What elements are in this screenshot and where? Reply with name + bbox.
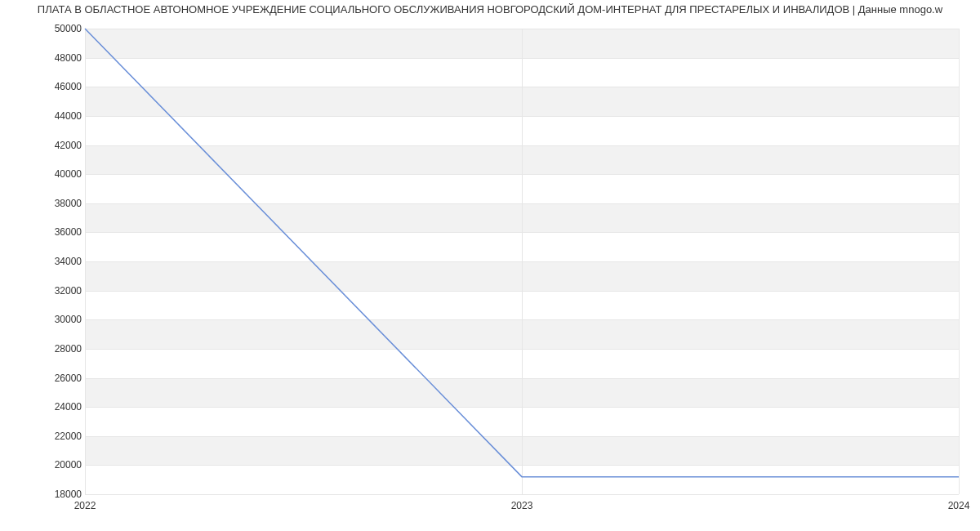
y-tick-label: 24000 bbox=[8, 401, 82, 413]
y-tick-label: 40000 bbox=[8, 168, 82, 180]
h-gridline bbox=[85, 494, 959, 495]
y-tick-label: 22000 bbox=[8, 431, 82, 442]
chart-container: ПЛАТА В ОБЛАСТНОЕ АВТОНОМНОЕ УЧРЕЖДЕНИЕ … bbox=[0, 0, 980, 531]
x-tick-label: 2022 bbox=[74, 500, 96, 511]
y-tick-label: 48000 bbox=[8, 52, 82, 64]
y-tick-label: 30000 bbox=[8, 314, 82, 325]
y-tick-label: 42000 bbox=[8, 140, 82, 151]
y-tick-label: 18000 bbox=[8, 489, 82, 500]
x-tick-label: 2024 bbox=[948, 500, 970, 511]
y-tick-label: 20000 bbox=[8, 459, 82, 471]
v-gridline bbox=[959, 29, 960, 494]
plot-area bbox=[85, 29, 959, 495]
y-tick-label: 32000 bbox=[8, 285, 82, 297]
y-tick-label: 44000 bbox=[8, 110, 82, 122]
line-series-layer bbox=[85, 29, 959, 494]
y-tick-label: 36000 bbox=[8, 226, 82, 238]
series-line bbox=[85, 29, 959, 477]
x-tick-label: 2023 bbox=[511, 500, 533, 511]
y-tick-label: 26000 bbox=[8, 373, 82, 384]
y-tick-label: 34000 bbox=[8, 256, 82, 267]
y-tick-label: 50000 bbox=[8, 23, 82, 34]
y-tick-label: 28000 bbox=[8, 343, 82, 355]
y-tick-label: 46000 bbox=[8, 81, 82, 92]
y-tick-label: 38000 bbox=[8, 198, 82, 209]
chart-title: ПЛАТА В ОБЛАСТНОЕ АВТОНОМНОЕ УЧРЕЖДЕНИЕ … bbox=[0, 3, 980, 16]
